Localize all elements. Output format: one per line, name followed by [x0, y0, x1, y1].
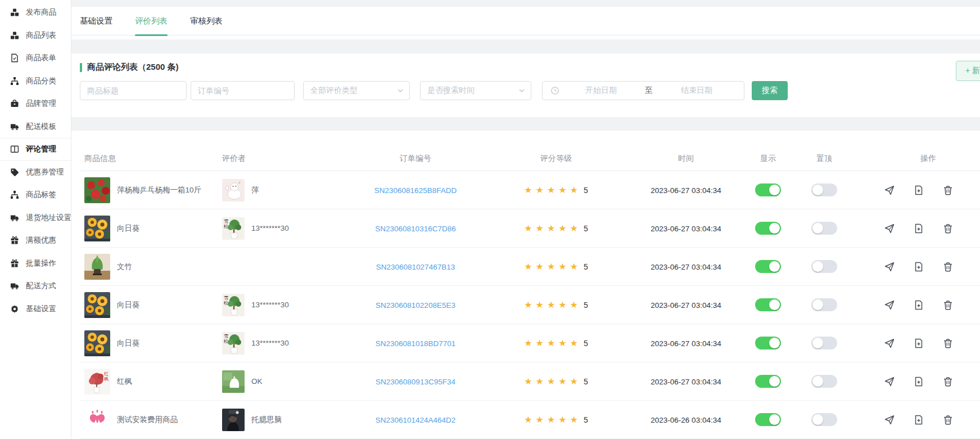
review-time: 2023-06-27 03:04:34	[651, 186, 721, 195]
reviewer-name: 萍	[251, 185, 259, 195]
table-row: 红枫 红枫 OK SN2306080913C95F34 ★★★★★ 5 2023…	[80, 362, 980, 401]
sitemap-icon	[10, 77, 19, 86]
sidebar-item-publish-product[interactable]: 发布商品	[0, 1, 71, 24]
review-time: 2023-06-27 03:04:34	[651, 378, 721, 386]
visible-toggle[interactable]	[755, 375, 781, 388]
order-no-link[interactable]: SN2306080913C95F34	[376, 378, 455, 386]
rating-value: 5	[584, 186, 588, 195]
rating-value: 5	[584, 377, 588, 386]
send-button[interactable]	[884, 415, 895, 425]
sidebar-item-return-address-settings[interactable]: 退货地址设置	[0, 207, 71, 230]
file-icon	[10, 53, 19, 62]
svg-text:雪: 雪	[224, 295, 228, 301]
star-rating: ★★★★★	[524, 339, 581, 348]
order-no-link[interactable]: SN2306101424A464D2	[376, 416, 456, 424]
product-name: 测试安装费用商品	[117, 415, 178, 425]
sidebar-item-comment-management[interactable]: 评论管理	[0, 138, 71, 161]
column-header: 时间	[635, 154, 737, 164]
visible-toggle[interactable]	[755, 222, 781, 235]
date-range-picker[interactable]: 开始日期 至 结束日期	[542, 81, 744, 100]
sidebar-item-coupon-management[interactable]: 优惠券管理	[0, 161, 71, 184]
search-button[interactable]: 搜索	[752, 81, 788, 100]
rating-value: 5	[584, 262, 588, 271]
sidebar-item-product-list[interactable]: 商品列表	[0, 24, 71, 47]
visible-toggle[interactable]	[755, 183, 781, 196]
visible-toggle[interactable]	[755, 298, 781, 311]
sidebar-item-product-category[interactable]: 商品分类	[0, 70, 71, 93]
pinned-toggle[interactable]	[811, 183, 837, 196]
star-rating: ★★★★★	[524, 301, 581, 310]
column-header: 评分等级	[477, 154, 635, 164]
tag-icon	[10, 168, 19, 177]
trash-button[interactable]	[943, 415, 953, 425]
sidebar-item-delivery-method[interactable]: 配送方式	[0, 275, 71, 298]
order-no-link[interactable]: SN2306081625B8FADD	[374, 186, 457, 195]
gear-icon	[10, 304, 19, 313]
file-add-button[interactable]	[914, 185, 924, 195]
send-button[interactable]	[884, 338, 895, 348]
sidebar-item-product-form[interactable]: 商品表单	[0, 47, 71, 70]
tab-review-list[interactable]: 评价列表	[135, 7, 168, 35]
sidebar-item-batch-operation[interactable]: 批量操作	[0, 252, 71, 275]
tabs-card: 基础设置评价列表审核列表	[71, 7, 980, 39]
add-button[interactable]: + 新增	[956, 61, 980, 81]
table-row: 测试安装费用商品 托腮思脑 SN2306101424A464D2 ★★★★★ 5…	[80, 401, 980, 439]
trash-button[interactable]	[943, 377, 953, 387]
review-type-select[interactable]: 全部评价类型	[303, 81, 410, 100]
sidebar-item-delivery-template[interactable]: 配送模板	[0, 115, 71, 138]
date-start-placeholder[interactable]: 开始日期	[559, 86, 643, 96]
product-title-input[interactable]	[80, 81, 187, 100]
column-header: 订单编号	[354, 154, 477, 164]
send-button[interactable]	[884, 185, 895, 195]
file-add-button[interactable]	[914, 300, 924, 310]
pinned-toggle[interactable]	[811, 298, 837, 311]
order-no-link[interactable]: SN2306081027467B13	[376, 263, 455, 271]
visible-toggle[interactable]	[755, 260, 781, 273]
star-rating: ★★★★★	[524, 224, 581, 233]
visible-toggle[interactable]	[755, 413, 781, 426]
search-time-select[interactable]: 是否搜索时间	[420, 81, 531, 100]
review-time: 2023-06-26 03:04:34	[651, 416, 721, 424]
send-button[interactable]	[884, 377, 895, 387]
file-add-button[interactable]	[914, 223, 924, 234]
tabs-bar: 基础设置评价列表审核列表	[71, 7, 980, 35]
pinned-toggle[interactable]	[811, 413, 837, 426]
reviewer-name: 13*******30	[251, 339, 289, 347]
sidebar-item-full-discount[interactable]: 满额优惠	[0, 229, 71, 252]
send-button[interactable]	[884, 262, 895, 272]
pinned-toggle[interactable]	[811, 260, 837, 273]
trash-button[interactable]	[943, 223, 953, 234]
order-no-input[interactable]	[191, 81, 295, 100]
order-no-link[interactable]: SN23060810316C7D86	[375, 225, 455, 233]
sidebar-item-product-tag[interactable]: 商品标签	[0, 183, 71, 207]
pinned-toggle[interactable]	[811, 337, 837, 350]
order-no-link[interactable]: SN230608102208E5E3	[376, 301, 455, 310]
file-add-button[interactable]	[914, 415, 924, 425]
reviewer-avatar: 雪松	[222, 332, 245, 355]
file-add-button[interactable]	[914, 338, 924, 348]
star-rating: ★★★★★	[524, 377, 581, 386]
file-add-button[interactable]	[914, 377, 924, 387]
trash-button[interactable]	[943, 185, 953, 195]
reviewer-name: 托腮思脑	[251, 415, 282, 425]
tab-audit-list[interactable]: 审核列表	[190, 7, 223, 35]
pinned-toggle[interactable]	[811, 222, 837, 235]
product-name: 向日葵	[117, 223, 140, 234]
send-button[interactable]	[884, 300, 895, 310]
trash-button[interactable]	[943, 338, 953, 348]
order-no-link[interactable]: SN2306081018BD7701	[376, 339, 456, 348]
product-name: 向日葵	[117, 300, 140, 310]
trash-button[interactable]	[943, 300, 953, 310]
visible-toggle[interactable]	[755, 337, 781, 350]
star-rating: ★★★★★	[524, 262, 581, 271]
svg-text:枫: 枫	[104, 377, 109, 382]
file-add-button[interactable]	[914, 262, 924, 272]
pinned-toggle[interactable]	[811, 375, 837, 388]
trash-button[interactable]	[943, 262, 953, 272]
sidebar-item-basic-settings[interactable]: 基础设置	[0, 298, 71, 321]
date-end-placeholder[interactable]: 结束日期	[655, 86, 738, 96]
sidebar-item-brand-management[interactable]: 品牌管理	[0, 92, 71, 115]
tab-basic-settings[interactable]: 基础设置	[80, 7, 112, 35]
send-button[interactable]	[884, 223, 895, 234]
product-image	[84, 216, 110, 241]
